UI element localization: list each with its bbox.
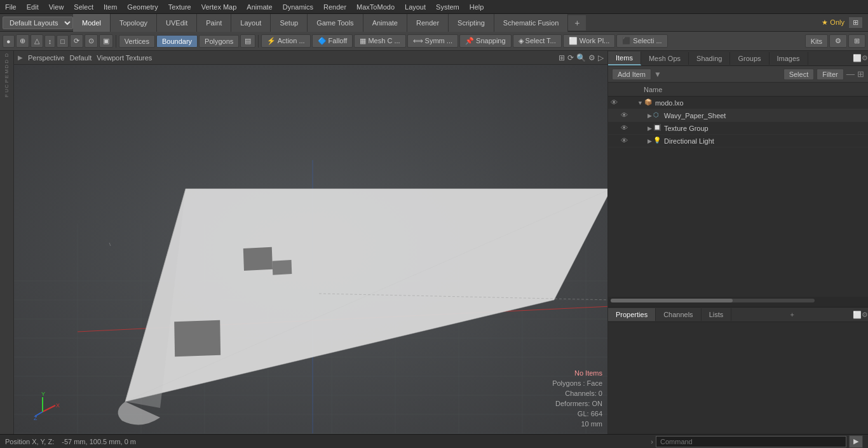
tab-render[interactable]: Render <box>407 14 449 32</box>
menu-edit[interactable]: Edit <box>22 2 44 12</box>
menu-item[interactable]: Item <box>98 2 122 12</box>
select-t-btn[interactable]: ◈ Select T... <box>513 34 562 48</box>
tab-scripting[interactable]: Scripting <box>449 14 494 32</box>
menu-view[interactable]: View <box>44 2 69 12</box>
left-sidebar: D D D M E P C U F <box>0 51 14 434</box>
tab-images[interactable]: Images <box>770 52 808 65</box>
select-btn[interactable]: Select <box>783 69 815 80</box>
expand-btn[interactable]: ⊞ <box>848 17 863 29</box>
menu-vertex-map[interactable]: Vertex Map <box>196 2 242 12</box>
tab-shading[interactable]: Shading <box>689 52 730 65</box>
tab-mesh-ops[interactable]: Mesh Ops <box>641 52 689 65</box>
item-row-light[interactable]: 👁 ▶ 💡 Directional Light <box>608 135 868 147</box>
menu-dynamics[interactable]: Dynamics <box>278 2 318 12</box>
menu-texture[interactable]: Texture <box>163 2 196 12</box>
eye-icon-wavy[interactable]: 👁 <box>621 111 630 120</box>
props-settings-btn[interactable]: ⚙ <box>862 311 868 319</box>
vp-search-icon[interactable]: 🔍 <box>576 53 586 62</box>
vp-settings-icon[interactable]: ⊞ <box>559 53 565 62</box>
menu-maxtomode[interactable]: MaxToModo <box>351 2 400 12</box>
menu-render[interactable]: Render <box>318 2 351 12</box>
snapping-btn[interactable]: 📌 Snapping <box>459 34 512 48</box>
items-scrollbar[interactable] <box>608 297 868 304</box>
tab-groups[interactable]: Groups <box>730 52 769 65</box>
expand-arrow-texture[interactable]: ▶ <box>648 125 652 132</box>
tool-icon8[interactable]: ▣ <box>99 34 113 48</box>
tool-icon1[interactable]: ● <box>3 35 15 48</box>
symm-btn[interactable]: ⟺ Symm ... <box>407 34 458 48</box>
tool-icon3[interactable]: △ <box>31 34 43 48</box>
menu-file[interactable]: File <box>0 2 22 12</box>
tab-lists[interactable]: Lists <box>702 308 732 321</box>
tab-properties[interactable]: Properties <box>608 308 656 321</box>
tool-icon6[interactable]: ⟳ <box>70 34 83 48</box>
add-item-btn[interactable]: Add Item <box>612 69 651 80</box>
viewport[interactable]: ▶ Perspective Default Viewport Textures … <box>14 51 607 434</box>
tab-animate[interactable]: Animate <box>363 14 407 32</box>
vp-gear-icon[interactable]: ⚙ <box>588 53 595 62</box>
tool-icon5[interactable]: □ <box>57 35 69 48</box>
menu-system[interactable]: System <box>431 2 465 12</box>
tool-icon4[interactable]: ↕ <box>44 35 56 48</box>
selecti-btn[interactable]: ⬛ Selecti ... <box>616 34 667 48</box>
props-tab-add[interactable]: + <box>785 308 799 321</box>
item-row-texture[interactable]: 👁 ▶ 🔲 Texture Group <box>608 122 868 135</box>
tab-add-button[interactable]: + <box>568 15 586 31</box>
svg-line-30 <box>43 405 55 412</box>
item-row-modo[interactable]: 👁 ▼ 📦 modo.lxo <box>608 97 868 109</box>
eye-icon-texture[interactable]: 👁 <box>621 124 630 133</box>
command-submit-btn[interactable]: ▶ <box>849 435 863 448</box>
tab-game-tools[interactable]: Game Tools <box>308 14 363 32</box>
polygons-btn[interactable]: Polygons <box>199 35 239 48</box>
work-pl-btn[interactable]: ⬜ Work Pl... <box>563 34 616 48</box>
expand-arrow-wavy[interactable]: ▶ <box>648 112 652 119</box>
kits-btn[interactable]: Kits <box>805 34 828 48</box>
panel-settings-btn[interactable]: ⚙ <box>862 54 868 62</box>
eye-icon-modo[interactable]: 👁 <box>611 98 620 107</box>
item-row-wavy[interactable]: 👁 ▶ ⬡ Wavy_Paper_Sheet <box>608 109 868 122</box>
filter-btn[interactable]: Filter <box>817 69 843 80</box>
mesh-c-btn[interactable]: ▦ Mesh C ... <box>354 34 405 48</box>
vp-expand-icon[interactable]: ▷ <box>598 53 604 62</box>
info-polygons: Polygons : Face <box>552 378 602 388</box>
boundary-btn[interactable]: Boundary <box>156 35 198 48</box>
tab-layout[interactable]: Layout <box>231 14 271 32</box>
menu-select[interactable]: Select <box>69 2 98 12</box>
left-side-label2: D <box>4 60 10 64</box>
tab-items[interactable]: Items <box>608 51 641 65</box>
left-side-label8: U <box>4 89 10 93</box>
items-options-btn[interactable]: ⊞ <box>857 69 864 79</box>
expand-arrow-light[interactable]: ▶ <box>648 138 652 144</box>
tab-channels[interactable]: Channels <box>656 308 701 321</box>
menu-layout[interactable]: Layout <box>400 2 431 12</box>
tool-icon7[interactable]: ⊙ <box>85 34 98 48</box>
expand-arrow-modo[interactable]: ▼ <box>637 100 643 106</box>
right-panel: Items Mesh Ops Shading Groups Images ⬜ ⚙… <box>607 51 868 434</box>
menu-geometry[interactable]: Geometry <box>122 2 163 12</box>
menu-help[interactable]: Help <box>465 2 489 12</box>
falloff-btn[interactable]: 🔷 Falloff <box>312 34 353 48</box>
layout-dropdown[interactable]: Default Layouts <box>3 17 73 29</box>
tab-setup[interactable]: Setup <box>271 14 308 32</box>
menu-animate[interactable]: Animate <box>241 2 277 12</box>
tab-schematic-fusion[interactable]: Schematic Fusion <box>494 14 568 32</box>
vp-rotate-icon[interactable]: ⟳ <box>567 53 574 62</box>
gear-btn[interactable]: ⚙ <box>829 34 847 48</box>
tab-paint[interactable]: Paint <box>197 14 231 32</box>
tab-topology[interactable]: Topology <box>111 14 157 32</box>
command-input[interactable] <box>656 436 846 447</box>
items-list[interactable]: 👁 ▼ 📦 modo.lxo 👁 ▶ ⬡ Wavy_Paper_Sheet <box>608 97 868 297</box>
scene-canvas[interactable]: X Y Z No Items Polygons : Face Channels:… <box>14 65 607 434</box>
eye-icon-light[interactable]: 👁 <box>621 137 630 146</box>
tab-model[interactable]: Model <box>73 14 111 32</box>
grid-btn[interactable]: ⊞ <box>848 34 865 48</box>
props-expand-btn[interactable]: ⬜ <box>853 311 862 319</box>
tab-uvedit[interactable]: UVEdit <box>157 14 197 32</box>
action-btn[interactable]: ⚡ Action ... <box>261 34 310 48</box>
panel-expand-btn[interactable]: ⬜ <box>853 54 862 62</box>
tool-icon2[interactable]: ⊕ <box>16 34 29 48</box>
grid-overlay <box>14 65 607 434</box>
mesh-btn[interactable]: ▤ <box>240 34 255 48</box>
vertices-btn[interactable]: Vertices <box>119 35 155 48</box>
items-collapse-btn[interactable]: — <box>846 69 855 79</box>
